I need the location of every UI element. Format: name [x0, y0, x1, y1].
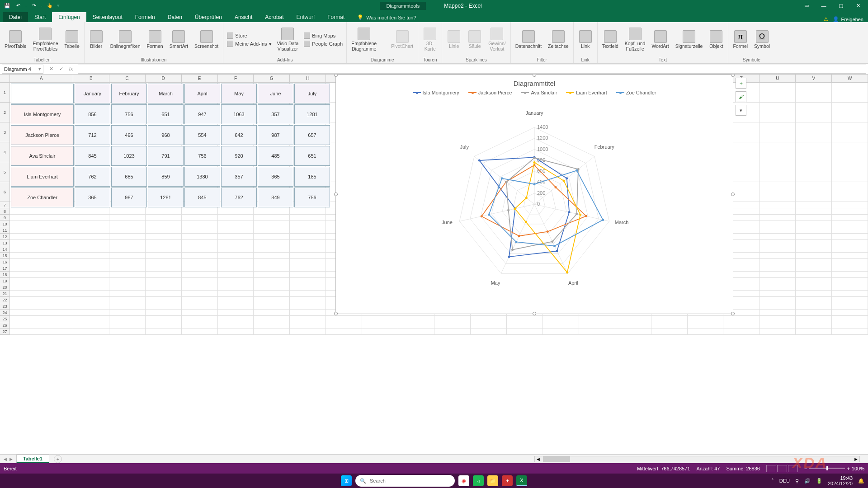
sparkline-winloss-button[interactable]: Gewinn/ Verlust: [486, 27, 508, 52]
pivottable-button[interactable]: PivotTable: [3, 29, 28, 50]
view-normal-button[interactable]: [766, 465, 776, 472]
data-table[interactable]: JanuaryFebruaryMarchAprilMayJuneJulyIsla…: [10, 83, 331, 208]
tab-layout[interactable]: Seitenlayout: [86, 12, 129, 22]
equation-button[interactable]: πFormel: [731, 29, 750, 50]
sheet-tab[interactable]: Tabelle1: [16, 455, 49, 463]
column-header[interactable]: A: [10, 75, 73, 82]
row-header[interactable]: 20: [0, 284, 10, 291]
wifi-icon[interactable]: ⚲: [795, 478, 799, 484]
tray-chevron[interactable]: ˄: [771, 478, 774, 484]
minimize-button[interactable]: —: [816, 0, 832, 11]
sheet-nav-prev[interactable]: ◄: [3, 456, 8, 462]
object-button[interactable]: Objekt: [707, 29, 725, 50]
column-header[interactable]: W: [832, 75, 868, 82]
row-header[interactable]: 18: [0, 272, 10, 278]
row-header[interactable]: 1: [0, 83, 10, 103]
notifications-icon[interactable]: 🔔: [858, 478, 864, 484]
my-addins-button[interactable]: Meine Add-Ins ▾: [226, 40, 272, 47]
pictures-button[interactable]: Bilder: [87, 29, 105, 50]
row-header[interactable]: 22: [0, 297, 10, 303]
tab-review[interactable]: Überprüfen: [189, 12, 228, 22]
tab-insert[interactable]: Einfügen: [52, 12, 86, 22]
store-button[interactable]: Store: [226, 32, 272, 39]
row-header[interactable]: 5: [0, 162, 10, 182]
online-graphics-button[interactable]: Onlinegrafiken: [108, 29, 142, 50]
zoom-level[interactable]: 100%: [852, 466, 864, 471]
redo-icon[interactable]: ↷: [30, 2, 38, 9]
column-header[interactable]: D: [146, 75, 182, 82]
tab-data[interactable]: Daten: [161, 12, 189, 22]
row-header[interactable]: 24: [0, 310, 10, 316]
chart-filter-button[interactable]: ▾: [736, 105, 746, 116]
row-header[interactable]: 4: [0, 142, 10, 162]
rec-pivot-button[interactable]: Empfohlene PivotTables: [31, 27, 60, 52]
taskbar-search[interactable]: 🔍Search: [355, 475, 455, 487]
ribbon-options-icon[interactable]: ▭: [798, 0, 815, 11]
row-header[interactable]: 3: [0, 122, 10, 142]
row-header[interactable]: 26: [0, 322, 10, 328]
column-header[interactable]: H: [290, 75, 326, 82]
timeline-button[interactable]: Zeitachse: [546, 29, 571, 50]
chart-object[interactable]: ＋ 🖌 ▾ Diagrammtitel Isla MontgomeryJacks…: [335, 75, 733, 314]
row-header[interactable]: 21: [0, 291, 10, 297]
undo-icon[interactable]: ↶: [14, 2, 22, 9]
row-header[interactable]: 17: [0, 265, 10, 272]
row-header[interactable]: 19: [0, 278, 10, 284]
chrome-icon[interactable]: ◉: [458, 475, 469, 486]
link-button[interactable]: Link: [576, 29, 594, 50]
row-header[interactable]: 15: [0, 253, 10, 259]
row-header[interactable]: 2: [0, 103, 10, 122]
chart-elements-button[interactable]: ＋: [736, 78, 746, 89]
tab-format[interactable]: Format: [321, 12, 351, 22]
chart-styles-button[interactable]: 🖌: [736, 91, 746, 102]
bing-maps-button[interactable]: Bing Maps: [303, 32, 344, 39]
row-header[interactable]: 9: [0, 215, 10, 221]
shapes-button[interactable]: Formen: [145, 29, 165, 50]
textbox-button[interactable]: Textfeld: [600, 29, 620, 50]
zoom-in-button[interactable]: +: [847, 466, 849, 471]
row-header[interactable]: 11: [0, 227, 10, 234]
column-header[interactable]: F: [218, 75, 254, 82]
save-icon[interactable]: 💾: [4, 2, 11, 9]
select-all-corner[interactable]: [0, 75, 10, 82]
tab-view[interactable]: Ansicht: [228, 12, 259, 22]
fx-icon[interactable]: fx: [68, 66, 74, 72]
tab-formulas[interactable]: Formeln: [129, 12, 161, 22]
row-header[interactable]: 7: [0, 202, 10, 208]
row-header[interactable]: 8: [0, 208, 10, 215]
3d-map-button[interactable]: 3D- Karte: [421, 27, 439, 52]
pivotchart-button[interactable]: PivotChart: [389, 29, 415, 50]
tell-me-box[interactable]: 💡Was möchten Sie tun?: [351, 13, 422, 22]
share-button[interactable]: 👤Freigeben: [833, 16, 863, 22]
column-header[interactable]: V: [796, 75, 832, 82]
name-box[interactable]: Diagramm 4▾: [2, 65, 43, 74]
table-button[interactable]: Tabelle: [63, 29, 81, 50]
signature-button[interactable]: Signaturzeile: [674, 29, 705, 50]
row-header[interactable]: 12: [0, 234, 10, 240]
excel-icon[interactable]: X: [516, 475, 527, 486]
tab-design[interactable]: Entwurf: [290, 12, 321, 22]
cancel-formula-icon[interactable]: ✕: [48, 66, 54, 72]
taskbar[interactable]: ⊞ 🔍Search ◉ ♫ 📁 ✦ X ˄ DEU ⚲ 🔊 🔋 19:43 20…: [0, 474, 868, 488]
wordart-button[interactable]: WordArt: [650, 29, 670, 50]
row-header[interactable]: 25: [0, 316, 10, 322]
battery-icon[interactable]: 🔋: [816, 478, 822, 484]
rec-charts-button[interactable]: Empfohlene Diagramme: [349, 27, 378, 52]
column-header[interactable]: U: [760, 75, 796, 82]
close-button[interactable]: ✕: [850, 0, 866, 11]
slicer-button[interactable]: Datenschnitt: [514, 29, 543, 50]
tab-start[interactable]: Start: [28, 12, 52, 22]
header-footer-button[interactable]: Kopf- und Fußzeile: [623, 27, 647, 52]
column-header[interactable]: G: [254, 75, 290, 82]
row-header[interactable]: 10: [0, 221, 10, 227]
language-indicator[interactable]: DEU: [779, 478, 790, 483]
start-button[interactable]: ⊞: [341, 475, 352, 486]
row-header[interactable]: 23: [0, 303, 10, 310]
sparkline-line-button[interactable]: Linie: [445, 29, 463, 50]
view-pagelayout-button[interactable]: [777, 465, 787, 472]
chart-legend[interactable]: Isla MontgomeryJackson PierceAva Sinclai…: [336, 87, 733, 98]
row-header[interactable]: 6: [0, 182, 10, 202]
tab-acrobat[interactable]: Acrobat: [259, 12, 290, 22]
accept-formula-icon[interactable]: ✓: [58, 66, 64, 72]
column-header[interactable]: C: [109, 75, 146, 82]
